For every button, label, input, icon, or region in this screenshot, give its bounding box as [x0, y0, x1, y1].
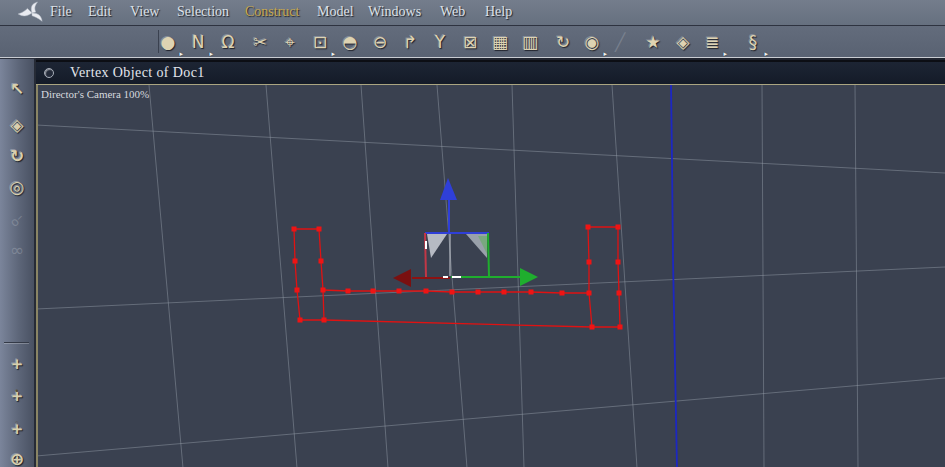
wireframe-vertex[interactable]	[295, 288, 300, 293]
tool-rotate-box[interactable]: ↻	[549, 28, 577, 56]
tool-polyline-pen[interactable]: N▸	[184, 28, 212, 56]
move-icon: ↖	[10, 75, 24, 103]
tool-deform-star[interactable]: ★	[639, 28, 667, 56]
sweep-box-icon: ▦	[492, 32, 508, 52]
wireframe-vertex[interactable]	[587, 260, 592, 265]
side-tool-camera-track[interactable]: ＋	[2, 381, 32, 409]
tool-sweep-box[interactable]: ▦	[486, 28, 514, 56]
menu-item-help[interactable]: Help	[485, 4, 512, 20]
camera-pan-icon: ＋	[9, 349, 26, 377]
wireframe-vertex[interactable]	[317, 227, 322, 232]
dome-icon: ◓	[343, 32, 358, 52]
menu-item-view[interactable]: View	[130, 4, 159, 20]
wireframe-vertex[interactable]	[616, 260, 621, 265]
wireframe-vertex[interactable]	[292, 227, 297, 232]
wireframe-vertex[interactable]	[424, 289, 429, 294]
tool-deform-bend[interactable]: ◈	[669, 28, 697, 56]
wireframe-vertex[interactable]	[590, 325, 595, 330]
collapse-circle-icon[interactable]	[44, 68, 54, 78]
sphere-edit-icon: ◉	[585, 32, 600, 52]
zoom-key-icon: o–	[2, 205, 31, 234]
flyout-triangle-icon: ▸	[723, 50, 727, 58]
viewport-canvas[interactable]: Director's Camera 100%	[36, 84, 945, 467]
side-tool-camera-dolly[interactable]: ＋	[2, 414, 32, 442]
wireframe-vertex[interactable]	[617, 291, 622, 296]
wireframe-vertex[interactable]	[371, 289, 376, 294]
striped-cylinder-icon: ▥	[522, 32, 538, 52]
menu-item-selection[interactable]: Selection	[177, 4, 229, 20]
gizmo-shape	[427, 234, 447, 258]
grid-line	[149, 85, 183, 467]
side-tool-universal-manipulator[interactable]: ◈	[2, 111, 32, 139]
universal-manipulator-icon: ◈	[10, 111, 23, 139]
tool-sphere-edit[interactable]: ◉▸	[578, 28, 606, 56]
menu-item-file[interactable]: File	[50, 4, 72, 20]
wireframe-vertex[interactable]	[450, 290, 455, 295]
gizmo-axis[interactable]	[488, 233, 489, 277]
link-chain-icon: ∞	[10, 236, 24, 264]
tool-twist[interactable]: §▸	[739, 28, 767, 56]
lathe-cage-icon: ⊖	[373, 32, 387, 52]
tool-marquee-select[interactable]: ⊡▸	[306, 28, 334, 56]
grid-line	[612, 85, 637, 467]
tool-extrude[interactable]: ↱	[396, 28, 424, 56]
polyline-pen-icon: N	[192, 32, 205, 52]
wireframe-vertex[interactable]	[586, 225, 591, 230]
wireframe-vertex[interactable]	[319, 259, 324, 264]
tool-lathe-cage[interactable]: ⊖	[366, 28, 394, 56]
viewport-frame-edge	[36, 85, 38, 467]
side-tool-scale[interactable]: ◎	[2, 173, 32, 201]
gizmo-shape	[440, 178, 457, 200]
menu-item-edit[interactable]: Edit	[88, 4, 111, 20]
menu-item-web[interactable]: Web	[440, 4, 465, 20]
deform-star-icon: ★	[645, 32, 660, 52]
tool-magnet-snap[interactable]: Ω	[214, 28, 242, 56]
side-tool-camera-sphere[interactable]: ⊕	[2, 445, 32, 467]
tool-scissors-cut[interactable]: ✂	[246, 28, 274, 56]
menu-item-model[interactable]: Model	[317, 4, 354, 20]
side-tool-camera-pan[interactable]: ＋	[2, 349, 32, 377]
vertex-modeler-app: FileEditViewSelectionConstructModelWindo…	[0, 0, 945, 467]
grid-line	[855, 85, 858, 467]
gizmo-shape	[520, 268, 538, 286]
tool-delete-face[interactable]: ⊠	[456, 28, 484, 56]
tool-striped-cylinder[interactable]: ▥	[516, 28, 544, 56]
gizmo-shape	[393, 269, 411, 287]
tool-sphere-primitive[interactable]: ●▸	[154, 28, 182, 56]
wireframe-vertex[interactable]	[322, 318, 327, 323]
wireframe-edge[interactable]	[324, 320, 592, 327]
wireframe-edge[interactable]	[294, 229, 324, 320]
scale-icon: ◎	[10, 173, 25, 201]
tool-dome[interactable]: ◓	[336, 28, 364, 56]
wireframe-edge[interactable]	[588, 227, 620, 327]
wireframe-vertex[interactable]	[616, 225, 621, 230]
side-tool-move[interactable]: ↖	[2, 75, 32, 103]
tool-stack-loft[interactable]: ≣▸	[698, 28, 726, 56]
tool-pin[interactable]: ⌖	[276, 28, 304, 56]
wireframe-vertex[interactable]	[560, 291, 565, 296]
wireframe-vertex[interactable]	[529, 290, 534, 295]
menu-bar: FileEditViewSelectionConstructModelWindo…	[0, 0, 945, 26]
deform-bend-icon: ◈	[676, 32, 689, 52]
grid-line	[36, 267, 945, 309]
wireframe-vertex[interactable]	[321, 288, 326, 293]
magnet-snap-icon: Ω	[222, 32, 235, 52]
gizmo-axis[interactable]	[425, 233, 426, 277]
grid-line	[36, 378, 945, 456]
scene-3d-view[interactable]	[36, 85, 945, 467]
wireframe-vertex[interactable]	[618, 325, 623, 330]
top-toolbar: ●▸N▸Ω✂⌖⊡▸◓⊖↱Y⊠▦▥↻◉▸╱★◈≣▸§▸	[0, 26, 945, 58]
wireframe-vertex[interactable]	[476, 290, 481, 295]
wireframe-vertex[interactable]	[397, 289, 402, 294]
wireframe-vertex[interactable]	[502, 290, 507, 295]
extrude-icon: ↱	[403, 32, 417, 52]
wireframe-vertex[interactable]	[587, 291, 592, 296]
wireframe-edge[interactable]	[323, 290, 589, 293]
tool-goblet-lathe[interactable]: Y	[426, 28, 454, 56]
menu-item-construct[interactable]: Construct	[245, 4, 299, 20]
menu-item-windows[interactable]: Windows	[368, 4, 421, 20]
wireframe-vertex[interactable]	[293, 259, 298, 264]
wireframe-vertex[interactable]	[298, 318, 303, 323]
wireframe-vertex[interactable]	[346, 289, 351, 294]
side-tool-rotate[interactable]: ↻	[2, 142, 32, 170]
